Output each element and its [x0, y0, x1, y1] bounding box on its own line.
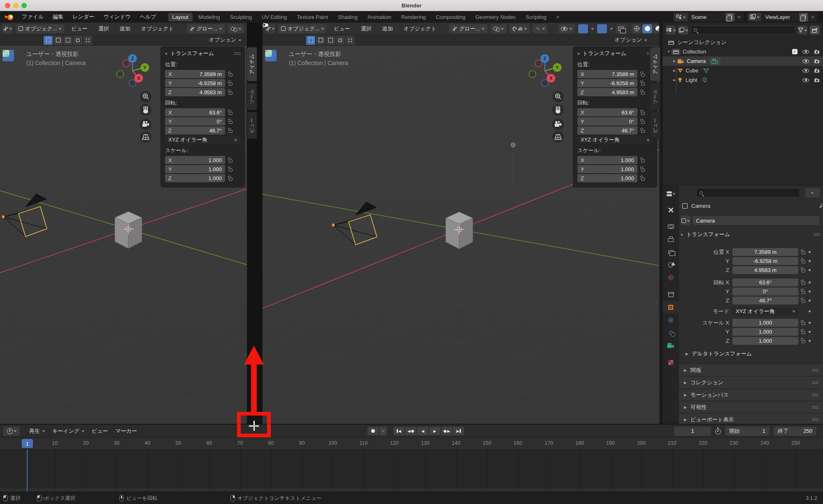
lock-icon[interactable] [229, 130, 232, 133]
tab-constraints[interactable] [663, 326, 679, 339]
disable-in-render-camera-icon[interactable] [814, 68, 820, 73]
workspace-tab-animation[interactable]: Animation [363, 13, 395, 21]
object-id-dropdown[interactable]: ∨ [681, 216, 690, 225]
lock-icon[interactable] [802, 291, 805, 294]
previous-keyframe-button[interactable]: ◀◆ [405, 427, 416, 435]
tool-annotate[interactable] [265, 129, 277, 140]
viewport-menu-select[interactable]: 選択 [95, 25, 113, 33]
outliner-filter-dropdown[interactable]: ∨ [797, 26, 807, 35]
scale-y-field[interactable]: Y1.000 [165, 165, 225, 173]
tab-tool[interactable] [663, 203, 679, 216]
snap-target-dropdown[interactable]: ∨ [491, 24, 507, 33]
disable-in-render-camera-icon[interactable] [814, 49, 820, 54]
select-mode-invert-button[interactable] [336, 36, 345, 45]
navigation-gizmo[interactable]: ZYX [529, 54, 562, 87]
lock-icon[interactable] [229, 92, 232, 95]
tab-texture[interactable] [663, 356, 679, 369]
outliner-row-cube[interactable]: ▶ Cube [663, 66, 823, 75]
workspace-tab-texture-paint[interactable]: Texture Paint [293, 13, 332, 21]
blender-logo-icon[interactable] [3, 13, 16, 21]
filter-by-type-dropdown[interactable]: ∨ [678, 26, 688, 35]
lock-icon[interactable] [229, 178, 232, 181]
lock-icon[interactable] [229, 169, 232, 172]
shading-wireframe-button[interactable] [632, 24, 642, 33]
rotation-mode-dropdown[interactable]: XYZ オイラー角∨ [732, 307, 798, 315]
tool-move[interactable] [265, 77, 277, 88]
tab-collection[interactable] [663, 288, 679, 301]
select-mode-new-button[interactable] [306, 36, 315, 45]
location-z-field[interactable]: Z4.9583 m [577, 88, 637, 96]
rotation-z-field[interactable]: Z46.7° [577, 126, 637, 135]
hide-in-viewport-eye-icon[interactable] [802, 78, 809, 82]
animate-dot-icon[interactable] [809, 269, 811, 271]
transform-orientation-dropdown[interactable]: グロー...∨ [187, 24, 225, 33]
breadcrumb-object-name[interactable]: Camera [691, 203, 710, 209]
outliner-search-input[interactable] [690, 26, 795, 35]
zoom-button[interactable] [552, 91, 564, 102]
disable-in-render-camera-icon[interactable] [814, 78, 820, 82]
scale-x-field[interactable]: X1.000 [577, 156, 637, 164]
remove-viewlayer-button[interactable]: × [808, 14, 817, 20]
camera-object[interactable] [332, 202, 377, 245]
viewport-menu-add[interactable]: 追加 [116, 25, 134, 33]
camera-view-button[interactable] [140, 118, 151, 130]
current-frame-field[interactable]: 1 [674, 427, 711, 436]
animate-dot-icon[interactable] [809, 300, 811, 302]
camera-view-button[interactable] [552, 118, 564, 130]
lock-icon[interactable] [229, 83, 232, 86]
auto-keying-record-button[interactable] [367, 427, 379, 435]
rotation-x-field[interactable]: X63.6° [577, 108, 637, 116]
sidebar-tab-tool[interactable]: ツール [246, 83, 257, 110]
scale-y-field[interactable]: Y1.000 [577, 165, 637, 173]
rotation-x-field[interactable]: 63.6° [732, 279, 798, 286]
tool-annotate[interactable] [2, 129, 14, 140]
sidebar-tab-view[interactable]: ビュー [246, 112, 257, 139]
pan-button[interactable] [140, 104, 151, 116]
navigation-gizmo[interactable]: ZYX [117, 54, 149, 87]
scale-x-field[interactable]: 1.000 [732, 319, 798, 327]
select-mode-subtract-button[interactable] [326, 36, 335, 45]
select-mode-invert-button[interactable] [73, 36, 82, 45]
expand-arrow-icon[interactable]: ▼ [666, 50, 672, 53]
rotation-x-field[interactable]: X63.6° [165, 108, 225, 116]
lock-icon[interactable] [229, 74, 232, 77]
xray-toggle[interactable] [616, 24, 626, 33]
select-mode-extend-button[interactable] [53, 36, 63, 45]
next-keyframe-button[interactable]: ◆▶ [441, 427, 452, 435]
lock-icon[interactable] [802, 282, 805, 285]
viewport-menu-object[interactable]: オブジェクト [137, 25, 178, 33]
animate-dot-icon[interactable] [809, 331, 811, 333]
viewport-menu-object[interactable]: オブジェクト [400, 25, 440, 33]
shading-material-button[interactable] [653, 24, 659, 33]
rotation-y-field[interactable]: Y0° [577, 117, 637, 125]
location-z-field[interactable]: 4.9583 m [732, 266, 798, 274]
workspace-tab-uv-editing[interactable]: UV Editing [258, 13, 291, 21]
rotation-mode-dropdown[interactable]: XYZ オイラー角∨ [165, 136, 240, 144]
collapse-panel-icon[interactable]: ∨ [577, 52, 581, 56]
lock-icon[interactable] [802, 269, 805, 272]
lock-icon[interactable] [802, 300, 805, 303]
playback-menu[interactable]: 再生∨ [26, 427, 49, 435]
timeline-view-menu[interactable]: ビュー [88, 427, 112, 435]
options-dropdown[interactable]: オプション∨ [209, 36, 241, 44]
lock-icon[interactable] [641, 74, 645, 77]
menu-render[interactable]: レンダー [68, 13, 99, 21]
location-z-field[interactable]: Z4.9583 m [165, 88, 225, 96]
sidebar-tab-item[interactable]: アイテム [246, 47, 257, 81]
mode-dropdown[interactable]: オブジェク...∨ [278, 24, 327, 33]
scale-y-field[interactable]: 1.000 [732, 328, 798, 336]
tool-cursor[interactable] [265, 62, 277, 74]
tool-add-cube[interactable] [265, 156, 277, 167]
rotation-z-field[interactable]: 46.7° [732, 297, 798, 304]
perspective-toggle-button[interactable] [140, 131, 151, 143]
mode-dropdown[interactable]: オブジェク...∨ [16, 24, 64, 33]
rotation-mode-dropdown[interactable]: XYZ オイラー角∨ [577, 136, 653, 144]
lock-icon[interactable] [802, 340, 805, 343]
scene-selector[interactable]: ∨ Scene × [674, 13, 743, 21]
lock-icon[interactable] [802, 331, 805, 334]
workspace-tab-compositing[interactable]: Compositing [432, 13, 470, 21]
panel-collections[interactable]: ▶コレクション [679, 376, 823, 388]
location-x-field[interactable]: X7.3589 m [165, 70, 225, 78]
new-collection-button[interactable] [810, 26, 820, 35]
tab-world[interactable] [663, 271, 679, 284]
